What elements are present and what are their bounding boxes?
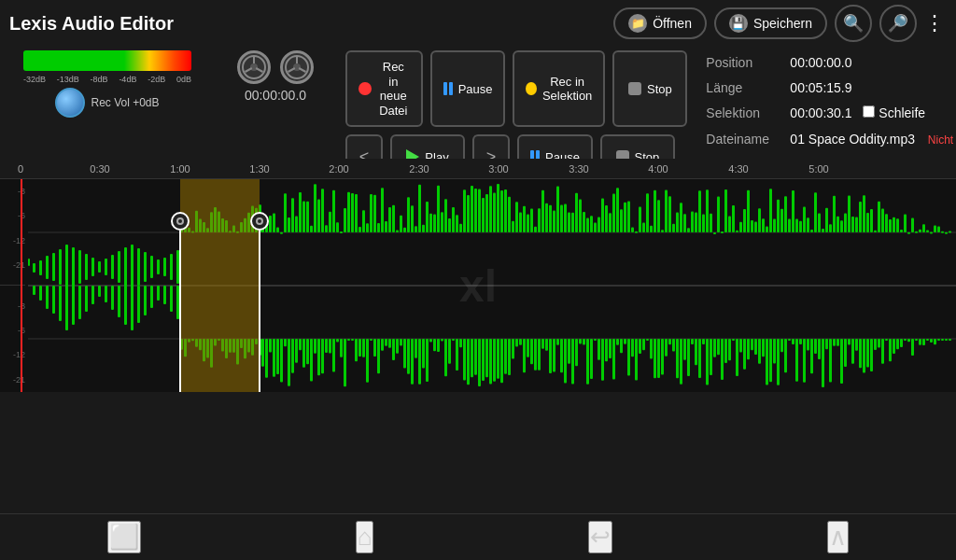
svg-rect-50 — [118, 286, 120, 317]
marker-end[interactable] — [250, 212, 269, 231]
svg-rect-287 — [418, 339, 421, 385]
svg-rect-162 — [642, 222, 645, 232]
svg-rect-26 — [111, 255, 114, 279]
svg-rect-188 — [739, 222, 742, 232]
svg-rect-109 — [444, 199, 447, 232]
more-button[interactable]: ⋮ — [924, 11, 947, 35]
svg-rect-181 — [713, 232, 716, 234]
svg-rect-101 — [415, 226, 417, 232]
stop1-label: Stop — [647, 82, 672, 96]
svg-rect-168 — [665, 189, 668, 232]
svg-rect-55 — [150, 286, 153, 308]
svg-rect-100 — [411, 205, 414, 232]
svg-point-1 — [250, 63, 258, 71]
svg-rect-378 — [758, 339, 761, 364]
svg-rect-286 — [415, 339, 417, 358]
back-nav-button[interactable]: ⬜ — [107, 521, 141, 553]
svg-rect-288 — [422, 339, 425, 369]
svg-rect-303 — [478, 339, 481, 386]
svg-rect-155 — [616, 188, 619, 232]
svg-rect-146 — [583, 212, 585, 232]
header: Lexis Audio Editor 📁 Öffnen 💾 Speichern … — [0, 0, 956, 47]
svg-rect-424 — [930, 339, 933, 343]
svg-rect-425 — [934, 339, 936, 344]
svg-rect-321 — [545, 339, 548, 351]
menu-nav-button[interactable]: ∧ — [827, 521, 849, 553]
vu-scale: -32dB -13dB -8dB -4dB -2dB 0dB — [23, 75, 191, 84]
svg-rect-265 — [336, 339, 339, 342]
svg-rect-367 — [717, 339, 720, 355]
svg-rect-362 — [698, 339, 701, 378]
svg-rect-67 — [288, 217, 290, 232]
return-nav-button[interactable]: ↩ — [588, 521, 612, 553]
svg-rect-198 — [777, 200, 780, 232]
svg-rect-85 — [355, 194, 358, 232]
svg-rect-13 — [28, 259, 30, 266]
svg-rect-209 — [818, 214, 821, 232]
svg-rect-251 — [284, 339, 287, 346]
svg-rect-388 — [795, 339, 798, 382]
svg-rect-186 — [732, 205, 735, 232]
svg-rect-103 — [422, 225, 425, 232]
filename-text: 01 Space Oddity.mp3 — [790, 132, 915, 147]
svg-rect-404 — [855, 339, 858, 351]
svg-rect-232 — [904, 214, 907, 232]
svg-rect-339 — [612, 339, 615, 380]
svg-rect-48 — [105, 286, 107, 302]
svg-rect-175 — [691, 212, 694, 232]
svg-rect-312 — [512, 339, 514, 359]
svg-rect-331 — [583, 339, 585, 344]
svg-rect-351 — [657, 339, 660, 378]
waveform-area[interactable]: -3 -6 -12 -21 -3 -6 -12 -21 — [0, 179, 956, 392]
zoom-out-button[interactable]: 🔍 — [879, 5, 917, 42]
waveform-container[interactable]: 0 0:30 1:00 1:30 2:00 2:30 3:00 3:30 4:0… — [0, 159, 956, 392]
svg-rect-293 — [441, 339, 443, 342]
svg-rect-192 — [754, 221, 757, 232]
svg-rect-323 — [553, 339, 555, 372]
loop-checkbox[interactable] — [863, 105, 875, 118]
svg-rect-108 — [441, 212, 443, 232]
svg-rect-208 — [814, 192, 817, 232]
waveform-svg[interactable]: /* rendered below */ — [0, 179, 956, 392]
svg-rect-310 — [504, 339, 507, 374]
marker-start[interactable] — [171, 212, 190, 231]
zoom-in-button[interactable]: 🔍 — [835, 5, 872, 42]
svg-rect-154 — [612, 193, 615, 232]
save-button[interactable]: 💾 Speichern — [714, 7, 827, 39]
home-nav-button[interactable]: ⌂ — [356, 521, 374, 553]
svg-rect-370 — [728, 339, 731, 360]
svg-rect-414 — [893, 339, 895, 354]
svg-rect-335 — [598, 339, 600, 360]
svg-line-3 — [256, 68, 262, 72]
svg-rect-134 — [538, 208, 541, 232]
stop1-button[interactable]: Stop — [612, 50, 687, 127]
rec-new-file-button[interactable]: Rec inneueDatei — [345, 50, 423, 127]
svg-rect-202 — [792, 190, 794, 232]
svg-rect-259 — [314, 339, 316, 354]
svg-rect-238 — [926, 230, 929, 232]
svg-rect-136 — [545, 203, 548, 232]
svg-rect-405 — [859, 339, 862, 368]
marker-inner — [176, 217, 184, 225]
svg-rect-347 — [642, 339, 645, 350]
svg-rect-93 — [385, 221, 387, 232]
svg-rect-356 — [676, 339, 679, 378]
rec-selection-button[interactable]: Rec inSelektion — [513, 50, 605, 127]
svg-rect-353 — [665, 339, 668, 357]
svg-rect-33 — [157, 259, 160, 274]
svg-rect-393 — [814, 339, 817, 354]
volume-knob[interactable] — [55, 88, 85, 118]
vu-scale-label: -2dB — [148, 75, 165, 84]
svg-rect-140 — [560, 204, 563, 232]
pause1-button[interactable]: Pause — [430, 50, 505, 127]
save-icon: 💾 — [729, 14, 748, 33]
open-button[interactable]: 📁 Öffnen — [613, 7, 707, 39]
svg-rect-410 — [878, 339, 880, 347]
svg-rect-99 — [407, 197, 410, 232]
svg-rect-325 — [560, 339, 563, 372]
svg-rect-418 — [907, 339, 910, 342]
svg-rect-291 — [433, 339, 436, 351]
svg-rect-46 — [91, 286, 94, 304]
svg-rect-167 — [661, 230, 664, 232]
svg-rect-149 — [594, 222, 597, 232]
